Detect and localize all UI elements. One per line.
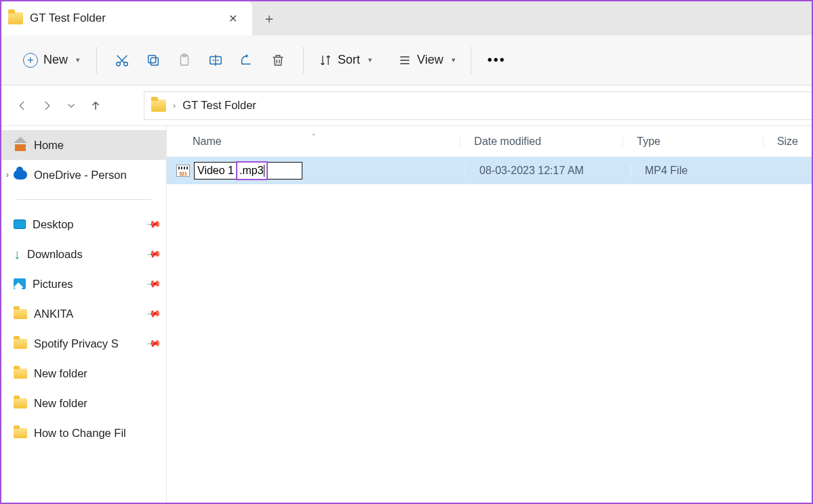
cell-date: 08-03-2023 12:17 AM <box>465 165 631 177</box>
tab-title: GT Test Folder <box>30 12 223 25</box>
rename-extension-selected[interactable]: .mp3 <box>237 163 266 179</box>
home-icon <box>14 139 27 151</box>
chevron-down-icon: ▾ <box>76 56 80 64</box>
copy-button[interactable] <box>138 47 169 74</box>
sidebar-item[interactable]: Pictures📌 <box>1 269 166 299</box>
sidebar-item-onedrive[interactable]: › OneDrive - Person <box>1 160 166 190</box>
pin-icon: 📌 <box>146 246 161 261</box>
video-file-icon: 321 <box>176 165 190 177</box>
tab-active[interactable]: GT Test Folder ✕ <box>1 1 252 35</box>
sidebar-item-label: Pictures <box>33 278 73 291</box>
view-button[interactable]: View ▾ <box>393 50 461 70</box>
pin-icon: 📌 <box>146 335 161 351</box>
sort-asc-icon: ˄ <box>312 133 315 140</box>
down-icon: ↓ <box>14 247 20 261</box>
sidebar-item-label: ANKITA <box>34 308 73 320</box>
share-button[interactable] <box>231 47 262 74</box>
sort-label: Sort <box>338 53 360 67</box>
pic-icon <box>14 278 26 289</box>
back-button[interactable] <box>16 100 28 112</box>
cell-type: MP4 File <box>631 165 773 177</box>
plus-circle-icon: + <box>23 53 38 68</box>
view-label: View <box>417 53 443 67</box>
folder-icon <box>14 398 27 408</box>
file-pane: ˄ Name Date modified Type Size 321 .mp3 … <box>167 126 812 503</box>
rename-input-box[interactable]: .mp3 <box>194 162 302 180</box>
folder-icon <box>14 428 27 438</box>
sidebar-item-label: Home <box>34 139 64 152</box>
column-header-date[interactable]: Date modified <box>460 135 622 148</box>
svg-rect-2 <box>151 58 158 65</box>
close-tab-icon[interactable]: ✕ <box>223 9 243 28</box>
breadcrumb-segment[interactable]: GT Test Folder <box>182 99 256 112</box>
sidebar-item[interactable]: Desktop📌 <box>1 209 166 239</box>
sidebar-item[interactable]: Spotify Privacy S📌 <box>1 329 166 358</box>
svg-point-0 <box>117 62 121 66</box>
pin-icon: 📌 <box>146 306 161 321</box>
sidebar-item-label: How to Change Fil <box>34 427 126 440</box>
desktop-icon <box>14 219 26 229</box>
column-header-type[interactable]: Type <box>622 135 763 148</box>
sidebar-item-label: New folder <box>34 397 87 410</box>
folder-icon <box>14 309 27 319</box>
pin-icon: 📌 <box>146 276 161 291</box>
folder-icon <box>14 369 27 379</box>
sidebar-item-label: OneDrive - Person <box>34 169 127 182</box>
cloud-icon <box>14 170 27 180</box>
forward-button[interactable] <box>41 100 53 112</box>
sidebar-item-label: Desktop <box>33 218 74 231</box>
cut-button[interactable] <box>106 47 138 74</box>
sidebar-item[interactable]: How to Change Fil <box>1 418 166 448</box>
tab-bar: GT Test Folder ✕ ＋ <box>1 1 812 35</box>
folder-icon <box>14 339 27 349</box>
sidebar-item-home[interactable]: Home <box>1 130 166 160</box>
sidebar-item[interactable]: ANKITA📌 <box>1 299 166 329</box>
more-button[interactable]: ••• <box>481 49 513 70</box>
chevron-down-icon: ▾ <box>452 56 456 64</box>
chevron-right-icon: › <box>173 100 176 110</box>
folder-icon <box>8 12 23 24</box>
sidebar-item[interactable]: New folder <box>1 358 166 388</box>
column-header-name[interactable]: ˄ Name <box>167 135 460 148</box>
pin-icon: 📌 <box>146 216 161 232</box>
rename-input[interactable] <box>195 165 237 177</box>
toolbar: + New ▾ <box>1 35 812 85</box>
column-header-size[interactable]: Size <box>763 135 812 148</box>
folder-icon <box>151 100 166 112</box>
sidebar-item[interactable]: New folder <box>1 388 166 418</box>
recent-dropdown[interactable] <box>65 100 77 112</box>
chevron-right-icon[interactable]: › <box>3 170 12 180</box>
sidebar-item-label: New folder <box>34 367 87 380</box>
column-headers: ˄ Name Date modified Type Size <box>167 126 812 157</box>
new-button[interactable]: + New ▾ <box>16 50 87 70</box>
chevron-down-icon: ▾ <box>368 56 372 64</box>
svg-rect-3 <box>148 55 156 62</box>
table-row[interactable]: 321 .mp3 08-03-2023 12:17 AM MP4 File <box>167 157 812 184</box>
up-button[interactable] <box>90 100 102 112</box>
new-label: New <box>43 53 68 67</box>
sidebar-item-label: Downloads <box>27 248 83 261</box>
svg-point-1 <box>124 62 128 66</box>
navigation-row: › GT Test Folder <box>1 85 812 126</box>
sidebar: Home › OneDrive - Person Desktop📌↓Downlo… <box>1 126 167 503</box>
delete-button[interactable] <box>262 47 294 74</box>
rename-button[interactable] <box>200 47 231 74</box>
sort-button[interactable]: Sort ▾ <box>313 50 378 70</box>
sidebar-item[interactable]: ↓Downloads📌 <box>1 239 166 269</box>
address-bar[interactable]: › GT Test Folder <box>144 91 812 120</box>
new-tab-button[interactable]: ＋ <box>252 9 286 28</box>
paste-button[interactable] <box>169 47 200 74</box>
sidebar-item-label: Spotify Privacy S <box>34 337 119 350</box>
